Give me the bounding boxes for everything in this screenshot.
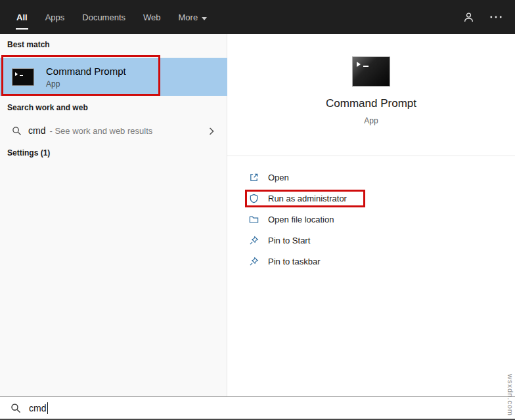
action-pin-to-start-label: Pin to Start xyxy=(268,236,310,245)
tab-apps[interactable]: Apps xyxy=(45,0,66,34)
action-open[interactable]: Open xyxy=(227,167,515,188)
app-title: Command Prompt xyxy=(326,97,416,110)
tab-more[interactable]: More xyxy=(178,0,208,34)
web-suggestion-row[interactable]: cmd - See work and web results xyxy=(0,119,227,142)
search-work-web-header: Search work and web xyxy=(7,103,88,112)
topbar-actions xyxy=(463,12,502,23)
filter-tabs: All Apps Documents Web More xyxy=(16,0,208,34)
prompt-chevron-shape xyxy=(357,62,361,67)
action-pin-to-start[interactable]: Pin to Start xyxy=(227,230,515,251)
action-run-admin-label: Run as administrator xyxy=(268,194,347,203)
open-icon xyxy=(249,173,259,182)
text-caret xyxy=(47,402,48,414)
chevron-down-icon xyxy=(202,12,207,22)
app-hero: Command Prompt App xyxy=(227,56,515,125)
ellipsis-icon[interactable] xyxy=(490,16,502,18)
action-list: Open Run as administrator Open file loca… xyxy=(227,167,515,272)
action-open-file-location[interactable]: Open file location xyxy=(227,209,515,230)
prompt-underscore-shape xyxy=(20,75,23,76)
tab-all[interactable]: All xyxy=(16,0,28,34)
command-prompt-icon-large xyxy=(352,56,390,87)
search-input[interactable]: cmd xyxy=(0,396,515,420)
prompt-chevron-shape xyxy=(15,72,18,76)
action-pin-to-taskbar-label: Pin to taskbar xyxy=(268,257,321,266)
tab-more-label: More xyxy=(179,12,198,22)
best-match-result-command-prompt[interactable]: Command Prompt App xyxy=(0,58,227,96)
user-icon[interactable] xyxy=(463,12,474,23)
best-match-text: Command Prompt App xyxy=(46,66,126,89)
prompt-underscore-shape xyxy=(363,66,369,67)
action-open-file-location-label: Open file location xyxy=(268,215,334,224)
suggestion-query: cmd xyxy=(28,125,45,136)
shield-icon xyxy=(249,194,259,203)
pin-icon xyxy=(249,257,259,266)
preview-panel: Command Prompt App Open xyxy=(227,34,515,396)
action-open-label: Open xyxy=(268,173,289,182)
watermark-text: wsxdn.com xyxy=(506,374,514,416)
tab-documents[interactable]: Documents xyxy=(81,0,126,34)
search-icon xyxy=(12,126,22,136)
chevron-right-icon[interactable] xyxy=(209,126,214,138)
app-subtitle: App xyxy=(364,116,378,125)
search-filter-bar: All Apps Documents Web More xyxy=(0,0,515,34)
best-match-title: Command Prompt xyxy=(46,66,126,77)
divider xyxy=(227,156,515,156)
tab-web[interactable]: Web xyxy=(143,0,162,34)
results-panel: Best match Command Prompt App Search wor… xyxy=(0,34,227,396)
search-icon xyxy=(11,403,21,413)
pin-icon xyxy=(249,236,259,245)
best-match-header: Best match xyxy=(7,40,50,49)
command-prompt-icon xyxy=(12,68,34,86)
folder-icon xyxy=(249,215,259,224)
action-run-as-administrator[interactable]: Run as administrator xyxy=(227,188,515,209)
suggestion-hint: - See work and web results xyxy=(49,126,152,136)
search-input-value: cmd xyxy=(29,403,46,413)
windows-search-flyout: All Apps Documents Web More xyxy=(0,0,515,420)
settings-section-header[interactable]: Settings (1) xyxy=(7,148,50,158)
action-pin-to-taskbar[interactable]: Pin to taskbar xyxy=(227,251,515,272)
best-match-subtitle: App xyxy=(46,79,126,89)
